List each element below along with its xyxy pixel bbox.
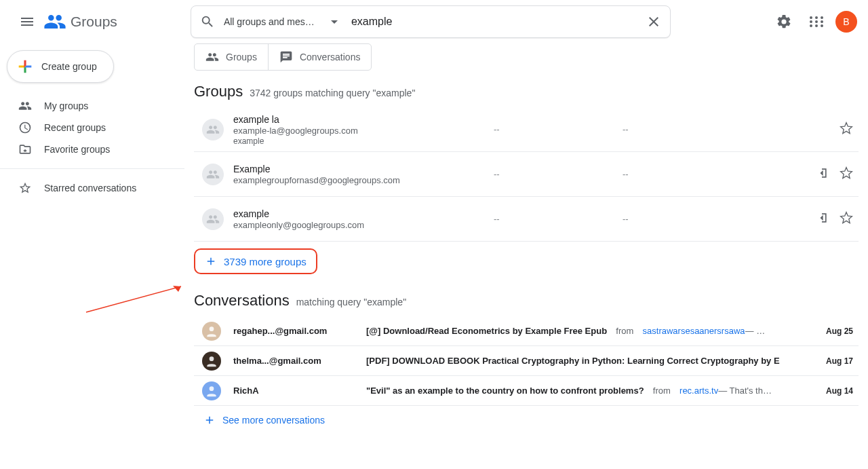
more-groups-link[interactable]: 3739 more groups: [205, 255, 307, 267]
conversation-subject: "Evil" as an example to the country on h…: [366, 386, 644, 396]
sidebar-item-label: Recent groups: [44, 122, 106, 133]
dropdown-arrow-icon: [331, 20, 338, 24]
sidebar-item-label: Favorite groups: [44, 144, 110, 155]
group-name: Example: [233, 163, 494, 175]
star-outline-icon: [18, 181, 32, 195]
star-outline-icon: [840, 166, 853, 180]
conversation-row[interactable]: regahep...@gmail.com [@] Download/Read E…: [194, 316, 859, 346]
product-name: Groups: [71, 14, 117, 30]
conversation-row[interactable]: RichA "Evil" as an example to the countr…: [194, 376, 859, 406]
group-icon: [206, 212, 220, 226]
search-input[interactable]: [351, 16, 637, 28]
conversation-row[interactable]: thelma...@gmail.com [PDF] DOWNLOAD EBOOK…: [194, 346, 859, 376]
main: Groups Conversations Groups 3742 groups …: [184, 43, 868, 469]
conversation-subject-wrap: "Evil" as an example to the country on h…: [366, 386, 808, 396]
star-outline-icon: [840, 211, 853, 225]
tab-label: Conversations: [300, 52, 361, 62]
group-icon: [206, 168, 220, 181]
group-row[interactable]: Example examplegroupfornasd@googlegroups…: [194, 152, 859, 197]
sidebar-item-label: My groups: [44, 100, 88, 111]
group-icon: [205, 50, 219, 64]
search-bar: All groups and mes…: [191, 5, 671, 38]
leave-group-button[interactable]: [815, 211, 829, 227]
search-scope-dropdown[interactable]: All groups and mes…: [224, 16, 338, 27]
person-icon: [205, 384, 218, 398]
sidebar-item-recent-groups[interactable]: Recent groups: [0, 117, 176, 138]
tab-groups[interactable]: Groups: [195, 44, 268, 70]
person-icon: [205, 354, 218, 368]
group-email: examplegroupfornasd@googlegroups.com: [233, 175, 494, 186]
leave-icon: [815, 211, 829, 225]
group-row[interactable]: example exampleonly@googlegroups.com -- …: [194, 197, 859, 242]
apps-button[interactable]: [803, 8, 830, 35]
group-column-2: --: [623, 169, 751, 179]
sidebar-item-favorite-groups[interactable]: Favorite groups: [0, 138, 176, 160]
see-more-conversations-link[interactable]: See more conversations: [194, 406, 334, 434]
header: Groups All groups and mes… B: [0, 0, 868, 43]
conversation-subject: [PDF] DOWNLOAD EBOOK Practical Cryptogra…: [366, 356, 780, 366]
search-scope-label: All groups and mes…: [224, 16, 327, 27]
sender-avatar: [202, 322, 221, 341]
close-icon: [646, 14, 662, 30]
person-icon: [205, 324, 218, 338]
gear-icon: [776, 14, 792, 30]
group-email: exampleonly@googlegroups.com: [233, 220, 494, 231]
group-column-2: --: [623, 214, 751, 224]
result-tabs: Groups Conversations: [194, 43, 372, 71]
groups-section-header: Groups 3742 groups matching query "examp…: [194, 83, 859, 100]
sidebar-divider: [0, 168, 184, 169]
group-info: Example examplegroupfornasd@googlegroups…: [233, 163, 494, 186]
group-info: example la example-la@googlegroups.com e…: [233, 113, 494, 146]
section-subtitle: matching query "example": [296, 297, 406, 307]
sender-avatar: [202, 381, 221, 400]
conversations-section-header: Conversations matching query "example": [194, 292, 859, 309]
more-groups-highlight: 3739 more groups: [194, 248, 317, 274]
sidebar-item-starred-conversations[interactable]: Starred conversations: [0, 177, 176, 199]
conversation-icon: [279, 50, 293, 64]
group-name: example la: [233, 113, 494, 126]
header-actions: B: [770, 8, 857, 35]
group-column-1: --: [494, 214, 623, 224]
sidebar-item-my-groups[interactable]: My groups: [0, 95, 176, 117]
group-column-1: --: [494, 169, 623, 179]
conversation-group-link[interactable]: rec.arts.tv: [679, 386, 718, 396]
clear-search-button[interactable]: [637, 5, 670, 38]
conversations-list: regahep...@gmail.com [@] Download/Read E…: [194, 316, 859, 406]
create-group-button[interactable]: Create group: [7, 50, 114, 83]
conversation-subject-wrap: [@] Download/Read Econometrics by Exampl…: [366, 326, 808, 336]
from-label: from: [611, 326, 638, 336]
star-outline-icon: [840, 121, 853, 135]
star-button[interactable]: [840, 211, 853, 227]
conversation-group-link[interactable]: sastrawarsesaanersrsawa: [643, 326, 745, 336]
conversation-sender: thelma...@gmail.com: [233, 356, 366, 366]
conversation-subject: [@] Download/Read Econometrics by Exampl…: [366, 326, 607, 336]
search-icon: [200, 14, 215, 29]
sidebar-item-label: Starred conversations: [44, 183, 136, 193]
main-menu-button[interactable]: [11, 5, 43, 38]
star-button[interactable]: [840, 166, 853, 182]
product-logo[interactable]: Groups: [43, 10, 117, 33]
svg-point-3: [210, 386, 214, 391]
group-row[interactable]: example la example-la@googlegroups.com e…: [194, 107, 859, 152]
conversation-snippet: — …: [745, 326, 766, 336]
from-label: from: [648, 386, 675, 396]
tab-conversations[interactable]: Conversations: [268, 44, 372, 70]
conversation-sender: RichA: [233, 386, 366, 396]
svg-point-1: [210, 326, 214, 331]
star-button[interactable]: [840, 121, 853, 137]
leave-group-button[interactable]: [815, 166, 829, 182]
tab-label: Groups: [226, 52, 257, 62]
conversation-date: Aug 17: [808, 356, 853, 366]
group-avatar: [202, 164, 224, 185]
plus-icon: [203, 414, 216, 426]
settings-button[interactable]: [770, 8, 797, 35]
more-conversations-label: See more conversations: [222, 415, 325, 426]
groups-list: example la example-la@googlegroups.com e…: [194, 107, 859, 242]
plus-multicolor-icon: [16, 57, 35, 76]
sidebar: Create group My groups Recent groups Fav…: [0, 43, 184, 469]
group-icon: [206, 123, 220, 136]
account-avatar[interactable]: B: [835, 11, 857, 33]
section-title: Conversations: [194, 292, 290, 309]
group-row-actions: [840, 121, 853, 137]
search-button[interactable]: [191, 14, 224, 29]
